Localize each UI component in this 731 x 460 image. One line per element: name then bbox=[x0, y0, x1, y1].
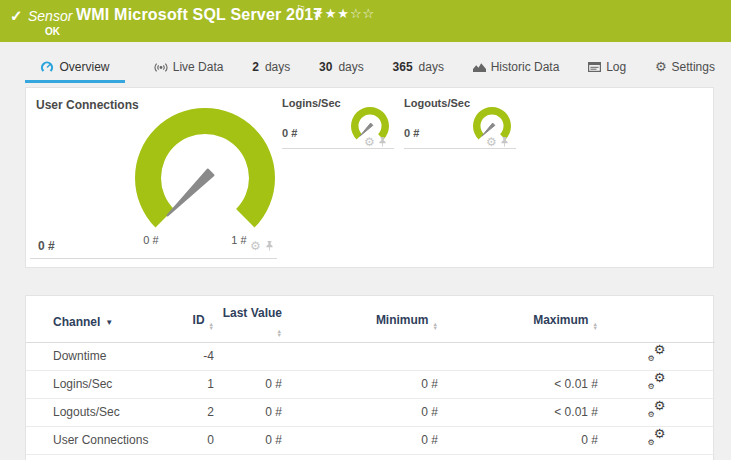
pin-icon[interactable] bbox=[378, 137, 387, 148]
tab-label: days bbox=[419, 60, 444, 74]
sensor-kind-label: Sensor bbox=[28, 8, 72, 24]
gauge-icon bbox=[40, 61, 54, 73]
tab-label: Overview bbox=[59, 60, 109, 74]
channel-settings-icon[interactable]: ⚙⚙ bbox=[648, 347, 666, 362]
tab-label: Log bbox=[606, 60, 626, 74]
channel-minimum: 0 # bbox=[282, 426, 438, 454]
tab-log[interactable]: Log bbox=[588, 53, 626, 81]
gear-icon[interactable]: ⚙ bbox=[364, 137, 375, 147]
channel-last-value: 0 # bbox=[214, 398, 282, 426]
gear-icon: ⚙ bbox=[655, 61, 667, 73]
channel-settings-icon[interactable]: ⚙⚙ bbox=[648, 403, 666, 418]
table-row: User Connections 0 0 # 0 # 0 # ⚙⚙ bbox=[26, 426, 715, 454]
channel-minimum: 0 # bbox=[282, 398, 438, 426]
gauge-title: User Connections bbox=[36, 98, 139, 112]
channel-maximum: < 0.01 # bbox=[438, 398, 598, 426]
tab-live-data[interactable]: Live Data bbox=[154, 53, 224, 81]
priority-flag-icon[interactable]: ⚐ bbox=[296, 3, 306, 16]
tab-number: 30 bbox=[319, 60, 332, 74]
gauge-dial[interactable] bbox=[125, 103, 285, 233]
tab-number: 2 bbox=[252, 60, 259, 74]
channel-maximum: < 0.01 # bbox=[438, 370, 598, 398]
col-header-last-value[interactable]: Last Value▲▼ bbox=[214, 296, 282, 342]
table-row: Logins/Sec 1 0 # 0 # < 0.01 # ⚙⚙ bbox=[26, 370, 715, 398]
broadcast-icon bbox=[154, 62, 168, 73]
channel-maximum: 0 # bbox=[438, 426, 598, 454]
tab-label: Live Data bbox=[173, 60, 224, 74]
channel-last-value bbox=[214, 342, 282, 370]
tab-historic-data[interactable]: Historic Data bbox=[473, 53, 560, 81]
channel-settings-icon[interactable]: ⚙⚙ bbox=[648, 431, 666, 446]
channel-minimum: 0 # bbox=[282, 370, 438, 398]
sort-icon: ▲▼ bbox=[593, 322, 598, 331]
sort-desc-icon: ▼ bbox=[105, 318, 113, 327]
tab-30-days[interactable]: 30 days bbox=[319, 53, 364, 81]
channel-id: 0 bbox=[176, 426, 214, 454]
status-check-icon: ✓ bbox=[10, 7, 23, 25]
channels-table-panel: Channel▼ ID▲▼ Last Value▲▼ Minimum▲▼ Max… bbox=[25, 295, 714, 460]
col-header-id[interactable]: ID▲▼ bbox=[176, 296, 214, 342]
channel-last-value: 0 # bbox=[214, 426, 282, 454]
sort-icon: ▲▼ bbox=[209, 322, 214, 331]
tab-number: 365 bbox=[393, 60, 413, 74]
sort-icon: ▲▼ bbox=[277, 329, 282, 338]
gauges-panel: User Connections 0 # 1 # 0 # ⚙ Logins/Se… bbox=[25, 87, 714, 268]
channel-name: Logouts/Sec bbox=[26, 398, 176, 426]
divider bbox=[404, 148, 516, 149]
table-row: Downtime -4 ⚙⚙ bbox=[26, 342, 715, 370]
col-header-minimum[interactable]: Minimum▲▼ bbox=[282, 296, 438, 342]
divider bbox=[30, 258, 277, 259]
channel-id: 1 bbox=[176, 370, 214, 398]
tab-settings[interactable]: ⚙ Settings bbox=[655, 53, 715, 81]
log-icon bbox=[588, 62, 601, 72]
tab-label: days bbox=[265, 60, 290, 74]
channels-table: Channel▼ ID▲▼ Last Value▲▼ Minimum▲▼ Max… bbox=[26, 296, 715, 455]
col-header-maximum[interactable]: Maximum▲▼ bbox=[438, 296, 598, 342]
channel-name: Logins/Sec bbox=[26, 370, 176, 398]
rating-stars[interactable]: ★★★☆☆ bbox=[312, 6, 375, 21]
gauge-title: Logins/Sec bbox=[282, 97, 341, 109]
channel-name: Downtime bbox=[26, 342, 176, 370]
gauge-title: Logouts/Sec bbox=[404, 97, 470, 109]
status-badge: OK bbox=[45, 26, 60, 37]
gauge-needle bbox=[168, 170, 214, 216]
gauge-current-value: 0 # bbox=[282, 127, 297, 139]
gear-icon[interactable]: ⚙ bbox=[250, 241, 261, 251]
table-header-row: Channel▼ ID▲▼ Last Value▲▼ Minimum▲▼ Max… bbox=[26, 296, 715, 342]
table-row: Logouts/Sec 2 0 # 0 # < 0.01 # ⚙⚙ bbox=[26, 398, 715, 426]
channel-name: User Connections bbox=[26, 426, 176, 454]
gauge-current-value: 0 # bbox=[404, 127, 419, 139]
tab-label: Settings bbox=[672, 60, 715, 74]
col-header-channel[interactable]: Channel▼ bbox=[26, 296, 176, 342]
tab-label: days bbox=[338, 60, 363, 74]
col-header-actions bbox=[598, 296, 715, 342]
tab-365-days[interactable]: 365 days bbox=[393, 53, 444, 81]
page-title: WMI Microsoft SQL Server 2017 bbox=[76, 6, 322, 24]
tab-bar: Overview Live Data 2 days 30 days 365 da… bbox=[25, 53, 715, 81]
gear-icon[interactable]: ⚙ bbox=[486, 137, 497, 147]
gauge-scale-min: 0 # bbox=[131, 234, 171, 246]
channel-id: 2 bbox=[176, 398, 214, 426]
tab-label: Historic Data bbox=[491, 60, 560, 74]
stars-filled: ★★★ bbox=[312, 6, 350, 21]
gauge-current-value: 0 # bbox=[38, 239, 55, 253]
channel-settings-icon[interactable]: ⚙⚙ bbox=[648, 375, 666, 390]
sensor-status-header: ✓ Sensor WMI Microsoft SQL Server 2017 ⚐… bbox=[0, 0, 731, 42]
channel-id: -4 bbox=[176, 342, 214, 370]
sort-icon: ▲▼ bbox=[433, 322, 438, 331]
area-chart-icon bbox=[473, 62, 486, 72]
tab-2-days[interactable]: 2 days bbox=[252, 53, 290, 81]
pin-icon[interactable] bbox=[265, 241, 274, 252]
divider bbox=[282, 148, 394, 149]
pin-icon[interactable] bbox=[500, 137, 509, 148]
channel-last-value: 0 # bbox=[214, 370, 282, 398]
stars-empty: ☆☆ bbox=[350, 6, 375, 21]
channel-minimum bbox=[282, 342, 438, 370]
channel-maximum bbox=[438, 342, 598, 370]
tab-overview[interactable]: Overview bbox=[25, 52, 125, 83]
